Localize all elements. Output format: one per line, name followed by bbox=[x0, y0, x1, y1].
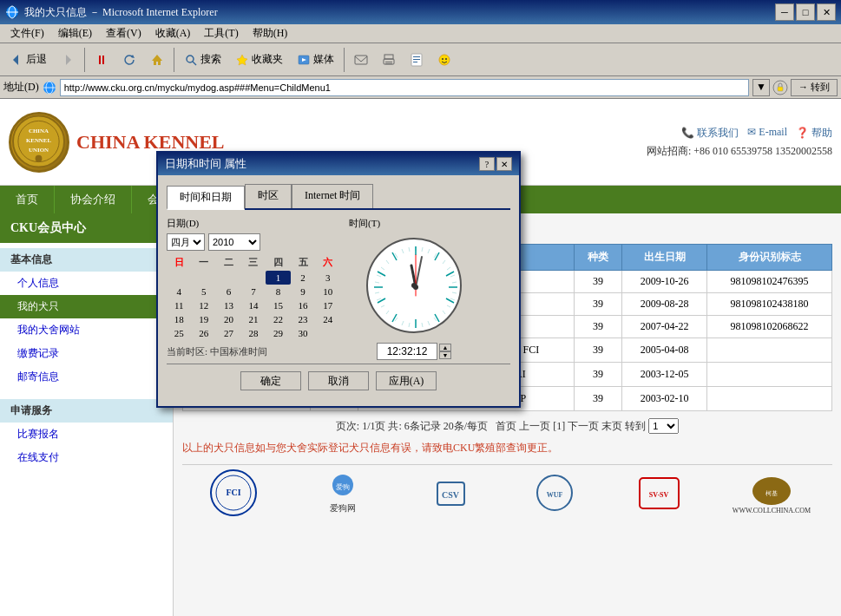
dialog-title-buttons[interactable]: ? ✕ bbox=[479, 157, 512, 171]
svg-rect-30 bbox=[778, 87, 783, 91]
sidebar-item-payment[interactable]: 缴费记录 bbox=[0, 342, 173, 365]
media-button[interactable]: 媒体 bbox=[291, 46, 340, 74]
svg-line-89 bbox=[402, 249, 404, 253]
sidebar-item-dogs[interactable]: 我的犬只 bbox=[0, 295, 173, 318]
menu-view[interactable]: 查看(V) bbox=[99, 24, 148, 43]
contact-info: 网站招商: +86 010 65539758 13520002558 bbox=[647, 144, 832, 159]
cal-day[interactable]: 13 bbox=[216, 298, 241, 312]
home-button[interactable] bbox=[144, 46, 170, 74]
sidebar-item-kennel[interactable]: 我的犬舍网站 bbox=[0, 318, 173, 342]
cal-day[interactable]: 30 bbox=[291, 326, 316, 340]
word-button[interactable] bbox=[404, 46, 430, 74]
nav-home[interactable]: 首页 bbox=[0, 186, 55, 213]
print-button[interactable] bbox=[376, 46, 402, 74]
footer-note: 以上的犬只信息如与您犬舍实际登记犬只信息有误，请致电CKU繁殖部查询更正。 bbox=[182, 441, 832, 455]
cal-day[interactable]: 11 bbox=[167, 298, 192, 312]
cal-day[interactable]: 19 bbox=[192, 312, 217, 326]
cal-day-today[interactable]: 1 bbox=[266, 271, 291, 285]
menu-favorites[interactable]: 收藏(A) bbox=[148, 24, 198, 43]
page-select[interactable]: 1 bbox=[648, 418, 679, 434]
cal-day[interactable]: 29 bbox=[266, 326, 291, 340]
cancel-button[interactable]: 取消 bbox=[308, 371, 369, 390]
time-label: 时间(T) bbox=[349, 217, 380, 230]
cal-day[interactable]: 10 bbox=[315, 285, 340, 298]
mail-button[interactable] bbox=[348, 46, 374, 74]
go-button[interactable]: → 转到 bbox=[791, 79, 838, 96]
cal-day[interactable]: 14 bbox=[241, 298, 266, 312]
year-select[interactable]: 2010 bbox=[208, 233, 260, 251]
sidebar-item-personal[interactable]: 个人信息 bbox=[0, 272, 173, 295]
favorites-button[interactable]: 收藏夹 bbox=[229, 46, 289, 74]
cal-day[interactable]: 28 bbox=[241, 326, 266, 340]
cal-day[interactable]: 21 bbox=[241, 312, 266, 326]
month-select[interactable]: 四月 bbox=[167, 233, 205, 251]
maximize-button[interactable]: □ bbox=[796, 3, 815, 21]
contact-link[interactable]: 📞 联系我们 bbox=[681, 126, 739, 141]
search-button[interactable]: 搜索 bbox=[178, 46, 227, 74]
window-controls[interactable]: ─ □ ✕ bbox=[775, 3, 836, 21]
stop-button[interactable] bbox=[89, 46, 115, 74]
cal-day[interactable]: 22 bbox=[266, 312, 291, 326]
sidebar-item-payment-online[interactable]: 在线支付 bbox=[0, 446, 173, 469]
cal-day[interactable]: 26 bbox=[192, 326, 217, 340]
close-button[interactable]: ✕ bbox=[817, 3, 836, 21]
cal-day[interactable]: 12 bbox=[192, 298, 217, 312]
menu-edit[interactable]: 编辑(E) bbox=[51, 24, 99, 43]
apply-button[interactable]: 应用(A) bbox=[376, 371, 437, 390]
cal-day[interactable]: 24 bbox=[315, 312, 340, 326]
cal-day[interactable]: 4 bbox=[167, 285, 192, 298]
menu-help[interactable]: 帮助(H) bbox=[246, 24, 295, 43]
dialog-close-button[interactable]: ✕ bbox=[496, 157, 512, 171]
forward-button[interactable] bbox=[55, 46, 81, 74]
back-button[interactable]: 后退 bbox=[3, 46, 53, 74]
time-input[interactable] bbox=[377, 343, 437, 360]
cal-day[interactable]: 3 bbox=[315, 271, 340, 285]
cal-week-1: 1 2 3 bbox=[167, 271, 340, 285]
cal-day[interactable]: 15 bbox=[266, 298, 291, 312]
svg-line-86 bbox=[381, 267, 384, 270]
cal-day[interactable] bbox=[315, 326, 340, 340]
cal-day[interactable]: 7 bbox=[241, 285, 266, 298]
time-spinner[interactable]: ▲ ▼ bbox=[439, 344, 451, 359]
tab-datetime[interactable]: 时间和日期 bbox=[167, 186, 245, 210]
email-link[interactable]: ✉ E-mail bbox=[747, 126, 787, 141]
toolbar-sep2 bbox=[174, 48, 174, 72]
dialog-help-button[interactable]: ? bbox=[479, 157, 495, 171]
time-down-button[interactable]: ▼ bbox=[439, 351, 451, 359]
cal-day[interactable]: 9 bbox=[291, 285, 316, 298]
svg-point-36 bbox=[36, 155, 43, 162]
cal-day-mon: 一 bbox=[192, 254, 217, 271]
cal-day[interactable] bbox=[241, 271, 266, 285]
cal-day[interactable] bbox=[216, 271, 241, 285]
help-link[interactable]: ❓ 帮助 bbox=[796, 126, 832, 141]
cal-day[interactable] bbox=[192, 271, 217, 285]
menu-file[interactable]: 文件(F) bbox=[3, 24, 51, 43]
cal-day[interactable] bbox=[167, 271, 192, 285]
cal-day[interactable]: 2 bbox=[291, 271, 316, 285]
time-up-button[interactable]: ▲ bbox=[439, 344, 451, 351]
cal-day[interactable]: 23 bbox=[291, 312, 316, 326]
sidebar-item-address[interactable]: 邮寄信息 bbox=[0, 365, 173, 389]
tab-timezone[interactable]: 时区 bbox=[245, 184, 292, 208]
sidebar-item-competition[interactable]: 比赛报名 bbox=[0, 423, 173, 446]
cal-day[interactable]: 8 bbox=[266, 285, 291, 298]
media-label: 媒体 bbox=[313, 52, 334, 67]
cal-day[interactable]: 20 bbox=[216, 312, 241, 326]
address-go-dropdown[interactable]: ▼ bbox=[752, 79, 770, 96]
ok-button[interactable]: 确定 bbox=[240, 371, 301, 390]
cal-day[interactable]: 17 bbox=[315, 298, 340, 312]
refresh-button[interactable] bbox=[116, 46, 142, 74]
cal-day[interactable]: 27 bbox=[216, 326, 241, 340]
menu-tools[interactable]: 工具(T) bbox=[197, 24, 245, 43]
messenger-button[interactable] bbox=[431, 46, 457, 74]
cal-day[interactable]: 25 bbox=[167, 326, 192, 340]
cal-day[interactable]: 6 bbox=[216, 285, 241, 298]
minimize-button[interactable]: ─ bbox=[775, 3, 794, 21]
tab-internet-time[interactable]: Internet 时间 bbox=[292, 184, 373, 208]
cal-day[interactable]: 18 bbox=[167, 312, 192, 326]
cal-day[interactable]: 16 bbox=[291, 298, 316, 312]
address-input[interactable] bbox=[60, 79, 749, 96]
cal-day[interactable]: 5 bbox=[192, 285, 217, 298]
sidebar-section-service: 申请服务 比赛报名 在线支付 bbox=[0, 394, 173, 475]
nav-about[interactable]: 协会介绍 bbox=[55, 186, 132, 213]
